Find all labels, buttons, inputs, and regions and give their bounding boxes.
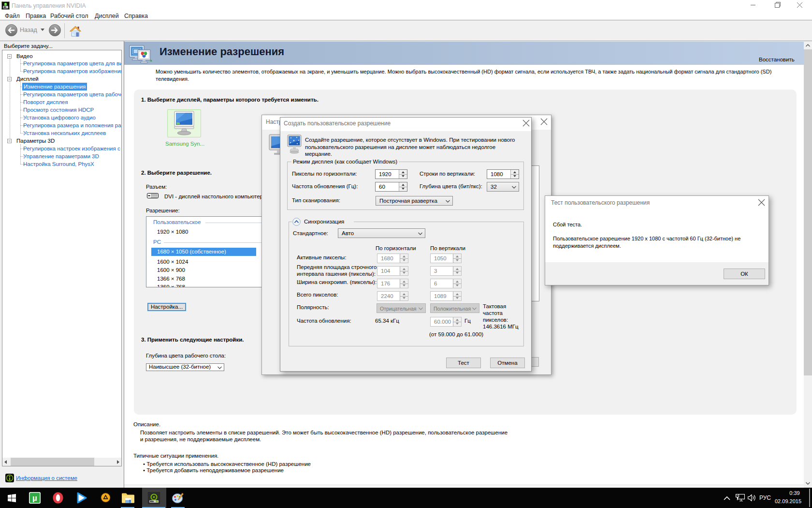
svg-text:µ: µ <box>32 493 37 503</box>
